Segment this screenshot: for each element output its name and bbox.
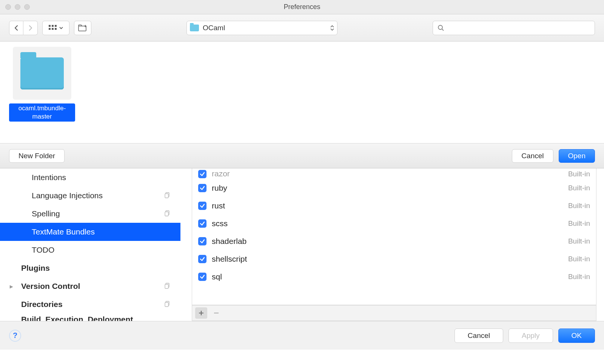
- chevron-down-icon: [59, 26, 63, 29]
- bundle-row[interactable]: sqlBuilt-in: [192, 268, 596, 285]
- bundle-row[interactable]: razorBuilt-in: [192, 168, 596, 179]
- folder-plus-icon: [78, 25, 87, 31]
- view-mode-button[interactable]: [42, 21, 69, 35]
- file-thumbnail: [13, 47, 71, 100]
- svg-rect-13: [165, 284, 168, 288]
- svg-point-7: [438, 25, 442, 29]
- add-bundle-button[interactable]: [195, 307, 207, 319]
- bundle-checkbox[interactable]: [198, 273, 206, 281]
- bundle-row[interactable]: scssBuilt-in: [192, 214, 596, 232]
- bundle-status: Built-in: [568, 170, 590, 178]
- sidebar-item-label: TextMate Bundles: [32, 227, 95, 236]
- bundle-row[interactable]: rustBuilt-in: [192, 197, 596, 214]
- bundle-row[interactable]: shellscriptBuilt-in: [192, 250, 596, 268]
- svg-rect-11: [165, 212, 168, 216]
- svg-rect-0: [49, 25, 51, 27]
- new-folder-icon-button[interactable]: [74, 21, 91, 35]
- forward-button[interactable]: [23, 21, 38, 35]
- bundle-status: Built-in: [568, 237, 590, 245]
- bundle-label: scss: [212, 219, 568, 228]
- search-field[interactable]: [433, 21, 595, 35]
- bundle-label: ruby: [212, 184, 568, 193]
- sidebar-item-language-injections[interactable]: Language Injections: [0, 187, 180, 205]
- svg-rect-1: [52, 25, 54, 27]
- svg-rect-2: [55, 25, 57, 27]
- bundle-checkbox[interactable]: [198, 237, 206, 245]
- file-dialog-toolbar: OCaml: [0, 14, 604, 42]
- stepper-icon: [330, 25, 334, 31]
- svg-rect-9: [165, 194, 168, 198]
- svg-rect-15: [165, 302, 168, 307]
- bundle-status: Built-in: [568, 202, 590, 210]
- bundle-checkbox[interactable]: [198, 255, 206, 263]
- bundle-status: Built-in: [568, 184, 590, 192]
- bundle-checkbox[interactable]: [198, 202, 206, 210]
- sidebar-item-directories[interactable]: Directories: [0, 295, 180, 313]
- sidebar-item-version-control[interactable]: ▸Version Control: [0, 277, 180, 295]
- bundle-list-toolbar: [192, 305, 596, 321]
- bundle-status: Built-in: [568, 255, 590, 263]
- search-icon: [438, 25, 444, 31]
- sidebar-item-build-execution-deployment[interactable]: Build, Execution, Deployment: [0, 313, 180, 321]
- zoom-window-icon[interactable]: [24, 4, 30, 10]
- sidebar-item-label: Spelling: [32, 209, 60, 218]
- window-title: Preferences: [284, 3, 320, 11]
- copy-icon: [165, 300, 171, 309]
- bundle-label: razor: [212, 169, 568, 178]
- bundle-status: Built-in: [568, 219, 590, 228]
- help-button[interactable]: ?: [9, 330, 21, 342]
- path-label: OCaml: [203, 24, 330, 32]
- bundle-label: sql: [212, 272, 568, 281]
- minus-icon: [213, 310, 219, 316]
- sidebar-item-textmate-bundles[interactable]: TextMate Bundles: [0, 223, 180, 241]
- sidebar-item-plugins[interactable]: Plugins: [0, 259, 180, 277]
- sidebar-item-label: TODO: [32, 245, 54, 254]
- remove-bundle-button[interactable]: [210, 307, 222, 319]
- file-item[interactable]: ocaml.tmbundle-master: [9, 47, 75, 122]
- dialog-actions: New Folder Cancel Open: [0, 143, 604, 168]
- preferences-content: IntentionsLanguage InjectionsSpellingTex…: [0, 168, 604, 321]
- close-window-icon[interactable]: [5, 4, 11, 10]
- traffic-lights: [5, 4, 30, 10]
- bundle-checkbox[interactable]: [198, 170, 206, 178]
- folder-icon: [190, 25, 199, 31]
- prefs-cancel-button[interactable]: Cancel: [455, 329, 503, 343]
- bundle-row[interactable]: shaderlabBuilt-in: [192, 232, 596, 250]
- file-label: ocaml.tmbundle-master: [9, 103, 75, 122]
- preferences-main: razorBuilt-inrubyBuilt-inrustBuilt-inscs…: [180, 168, 604, 321]
- copy-icon: [165, 191, 171, 200]
- sidebar-item-intentions[interactable]: Intentions: [0, 168, 180, 187]
- bundle-checkbox[interactable]: [198, 219, 206, 228]
- bundle-label: shellscript: [212, 254, 568, 264]
- question-icon: ?: [13, 331, 17, 340]
- cancel-button[interactable]: Cancel: [512, 149, 553, 163]
- new-folder-button[interactable]: New Folder: [9, 149, 65, 163]
- plus-icon: [198, 310, 204, 316]
- sidebar-item-label: Version Control: [21, 282, 80, 291]
- open-button[interactable]: Open: [559, 149, 595, 163]
- folder-icon: [20, 57, 64, 89]
- sidebar-item-label: Intentions: [32, 173, 66, 182]
- chevron-right-icon: ▸: [10, 283, 13, 290]
- chevron-right-icon: [28, 25, 33, 31]
- search-input[interactable]: [447, 24, 590, 32]
- bundle-checkbox[interactable]: [198, 184, 206, 192]
- chevron-left-icon: [14, 25, 18, 31]
- back-button[interactable]: [9, 21, 23, 35]
- preferences-sidebar[interactable]: IntentionsLanguage InjectionsSpellingTex…: [0, 168, 180, 321]
- bundle-label: shaderlab: [212, 237, 568, 246]
- titlebar: Preferences: [0, 0, 604, 14]
- svg-rect-6: [79, 26, 86, 31]
- bottom-bar: ? Cancel Apply OK: [0, 321, 604, 350]
- minimize-window-icon[interactable]: [15, 4, 20, 10]
- sidebar-item-todo[interactable]: TODO: [0, 241, 180, 259]
- bundle-list[interactable]: razorBuilt-inrubyBuilt-inrustBuilt-inscs…: [192, 168, 596, 305]
- path-dropdown[interactable]: OCaml: [186, 21, 337, 35]
- bundle-row[interactable]: rubyBuilt-in: [192, 179, 596, 197]
- sidebar-item-spelling[interactable]: Spelling: [0, 205, 180, 223]
- bundle-status: Built-in: [568, 273, 590, 281]
- nav-segmented: [9, 21, 38, 35]
- file-browser[interactable]: ocaml.tmbundle-master: [0, 42, 604, 143]
- prefs-ok-button[interactable]: OK: [558, 329, 595, 343]
- prefs-apply-button: Apply: [508, 329, 553, 343]
